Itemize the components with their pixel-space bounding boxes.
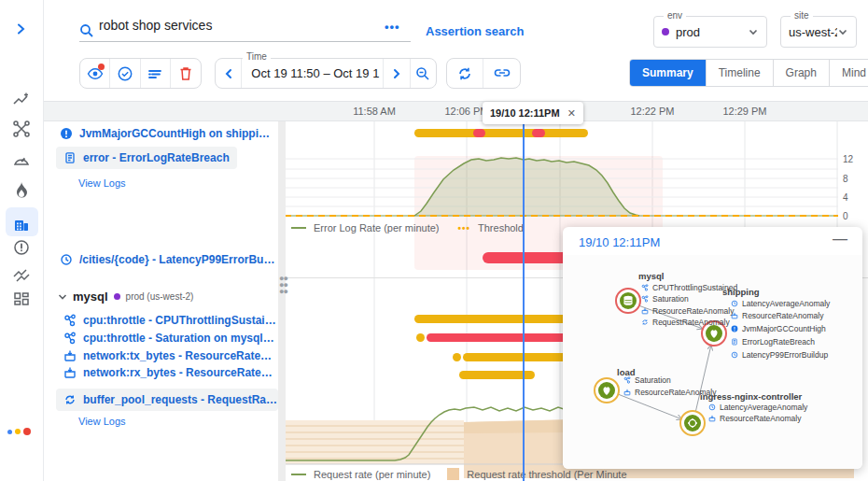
view-tab-summary[interactable]: Summary xyxy=(630,60,707,86)
rail-item-entities-active[interactable] xyxy=(10,213,33,235)
delete-button[interactable] xyxy=(171,59,201,88)
close-icon[interactable]: ✕ xyxy=(567,107,576,120)
site-select-label: site xyxy=(791,10,813,21)
graph-node-mysql[interactable] xyxy=(616,289,640,313)
show-hide-button[interactable] xyxy=(80,59,110,88)
timeline-header[interactable]: 11:58 AM 12:06 PM 12:14 PM 12:22 PM 12:2… xyxy=(44,101,868,121)
share-nodes-icon xyxy=(63,314,77,327)
inbox-icon xyxy=(63,366,77,379)
refresh-share-group xyxy=(446,58,521,89)
assertion-bar-jvm-gc-critical[interactable] xyxy=(532,129,545,137)
time-range-select[interactable]: Oct 19 11:50 – Oct 19 1 xyxy=(242,59,384,88)
rail-item-alerts[interactable] xyxy=(10,236,33,259)
chevron-down-icon xyxy=(58,292,67,302)
alert-seal-icon xyxy=(12,238,31,257)
verified-assertions-button[interactable] xyxy=(110,59,140,88)
time-tick: 12:29 PM xyxy=(722,106,766,117)
refresh-icon xyxy=(457,66,472,81)
assertion-item-label: JvmMajorGCCountHigh on shipping:10.0.82.… xyxy=(79,127,273,140)
graph-node-ingress[interactable] xyxy=(680,411,705,435)
dot-yellow xyxy=(15,429,21,434)
assertion-search-link[interactable]: Assertion search xyxy=(426,24,525,38)
request-legend-series: Request rate (per minute) xyxy=(314,469,430,480)
assertion-bar-jvm-gc[interactable] xyxy=(414,129,588,137)
assertion-bar-saturation-warn[interactable] xyxy=(416,333,425,342)
search-more-button[interactable]: ••• xyxy=(385,20,400,34)
rail-item-dashboards[interactable] xyxy=(10,289,33,311)
request-legend-threshold: Request rate threshold (Per Minute xyxy=(467,469,626,480)
graph-anomaly-label[interactable]: ResourceRateAnomaly xyxy=(720,414,802,423)
graph-anomaly-label[interactable]: RequestRateAnomaly xyxy=(652,318,730,327)
assertion-item-error-log[interactable]: error - ErrorLogRateBreach xyxy=(63,151,241,164)
graph-node-load[interactable] xyxy=(595,378,619,403)
graph-anomaly-label[interactable]: LatencyAverageAnomaly xyxy=(742,299,831,308)
workspace-dots-bottom[interactable] xyxy=(7,428,31,435)
assertion-item-tx-bytes[interactable]: network:tx_bytes - ResourceRateAnomaly xyxy=(63,349,276,362)
entity-group-header-mysql[interactable]: mysql prod (us-west-2) xyxy=(58,290,193,304)
graph-anomaly-label[interactable]: LatencyAverageAnomaly xyxy=(720,403,808,412)
zoom-out-icon xyxy=(415,66,430,81)
graph-node-title: ingress-nginx-controller xyxy=(700,391,803,402)
env-select-label: env xyxy=(664,10,686,21)
assertion-bar-tx-bytes-dot[interactable] xyxy=(453,353,461,361)
assertion-item-cpu-throttling[interactable]: cpu:throttle - CPUThrottlingSustained on… xyxy=(63,314,276,327)
graph-anomaly-label[interactable]: JvmMajorGCCountHigh xyxy=(742,324,826,333)
assertion-item-buffer-pool[interactable]: buffer_pool_requests - RequestRateAnomal… xyxy=(63,393,280,406)
trash-icon xyxy=(178,65,193,81)
view-tab-timeline[interactable]: Timeline xyxy=(707,60,774,86)
copy-link-button[interactable] xyxy=(483,59,520,88)
search-input[interactable] xyxy=(99,18,370,33)
rail-item-incidents[interactable] xyxy=(10,179,33,202)
view-logs-link[interactable]: View Logs xyxy=(78,416,126,427)
site-select[interactable]: site us-west-2 xyxy=(780,16,857,48)
entity-name: mysql xyxy=(73,290,108,304)
verified-check-icon xyxy=(117,65,133,82)
env-select[interactable]: env prod xyxy=(653,16,767,48)
assertion-item-label: network:rx_bytes - ResourceRateAnomaly xyxy=(83,366,276,379)
selected-time-chip[interactable]: 19/10 12:11PM ✕ xyxy=(483,102,583,124)
refresh-button[interactable] xyxy=(447,59,483,88)
assertion-item-saturation[interactable]: cpu:throttle - Saturation on mysql-5988d… xyxy=(63,332,276,345)
snapshot-card: 19/10 12:11PM — xyxy=(563,227,862,469)
time-range-value: Oct 19 11:50 – Oct 19 1 xyxy=(251,66,379,80)
series-line-swatch xyxy=(291,227,306,229)
search-underline xyxy=(79,41,411,42)
time-prev-button[interactable] xyxy=(216,59,242,88)
assertion-bar-saturation[interactable] xyxy=(427,333,581,342)
rail-item-slo[interactable] xyxy=(10,149,33,172)
assertion-item-rx-bytes[interactable]: network:rx_bytes - ResourceRateAnomaly xyxy=(63,366,276,379)
entity-graph: mysql CPUThrottlingSustained Saturation … xyxy=(563,255,862,469)
view-logs-link[interactable]: View Logs xyxy=(78,177,126,189)
assertion-bar-jvm-gc-critical[interactable] xyxy=(473,129,485,137)
expand-rail-chevron[interactable] xyxy=(14,22,27,39)
graph-anomaly-label[interactable]: LatencyP99ErrorBuildup xyxy=(742,350,828,360)
rail-item-insights[interactable] xyxy=(10,89,33,111)
series-line-swatch xyxy=(291,474,306,475)
time-cursor-line[interactable] xyxy=(523,121,525,481)
graph-anomaly-label[interactable]: ResourceRateAnomaly xyxy=(742,311,824,320)
view-tab-graph[interactable]: Graph xyxy=(774,60,830,86)
rail-item-topology[interactable] xyxy=(10,118,33,140)
errorlog-legend-series: Error Log Rate (per minute) xyxy=(314,222,440,233)
sort-assertions-button[interactable] xyxy=(141,59,171,88)
assertion-bar-cpu-throttling[interactable] xyxy=(414,315,581,323)
chevron-right-icon xyxy=(14,22,27,35)
graph-anomaly-label[interactable]: ErrorLogRateBreach xyxy=(742,337,815,347)
rail-item-compare[interactable] xyxy=(10,264,33,287)
chevron-down-icon xyxy=(748,26,759,37)
assertion-list-panel: JvmMajorGCCountHigh on shipping:10.0.82.… xyxy=(44,121,278,481)
graph-anomaly-label[interactable]: ResourceRateAnomaly xyxy=(652,306,735,316)
errorlog-legend-threshold: Threshold xyxy=(478,222,524,233)
graph-anomaly-label[interactable]: Saturation xyxy=(652,294,689,304)
panel-resizer[interactable]: ●●●●●● xyxy=(278,121,286,481)
view-tab-mindmap[interactable]: Mind map xyxy=(830,60,868,86)
assertion-item-latency-p99[interactable]: /cities/{code} - LatencyP99ErrorBuildup xyxy=(60,253,276,266)
share-nodes-icon xyxy=(63,332,77,345)
graph-anomaly-label[interactable]: Saturation xyxy=(635,375,671,385)
dot-blue xyxy=(7,430,12,434)
zoom-out-time-button[interactable] xyxy=(411,59,436,88)
assertion-item-jvm-gc[interactable]: JvmMajorGCCountHigh on shipping:10.0.82.… xyxy=(60,127,273,140)
minimize-icon[interactable]: — xyxy=(833,231,847,248)
time-next-button[interactable] xyxy=(384,59,410,88)
errorlog-ytick-12: 12 xyxy=(843,154,853,164)
